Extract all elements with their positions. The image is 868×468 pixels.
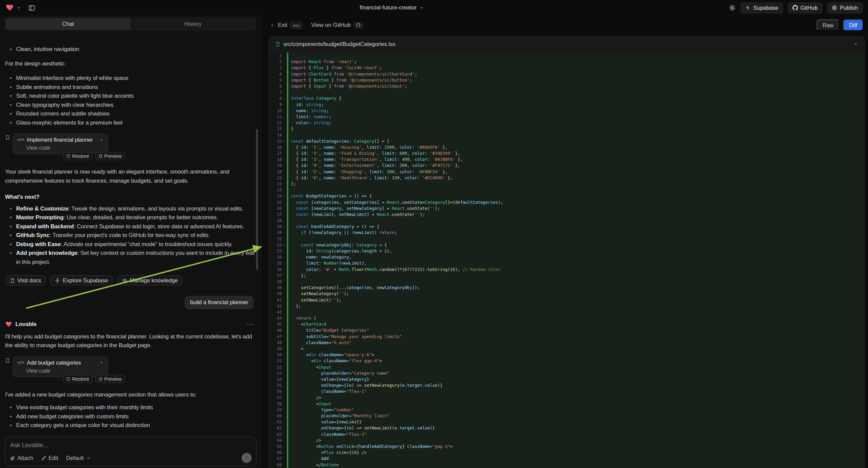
gear-icon	[729, 4, 736, 11]
code-lines[interactable]: 1 2import React from 'react';3import { P…	[269, 52, 864, 468]
code-icon: </>	[17, 136, 24, 143]
visit-docs-button[interactable]: Visit docs	[5, 275, 45, 286]
workspace-menu[interactable]	[5, 4, 35, 12]
collapse-file-button[interactable]	[853, 41, 858, 47]
code-text: const [newCategory, setNewCategory] = Re…	[288, 205, 864, 211]
more-options-button[interactable]: ⋯	[246, 320, 256, 329]
code-text: return (	[288, 315, 864, 321]
design-heading: For the design aesthetic:	[5, 59, 256, 68]
code-line-36: 36 color: '#' + Math.floor(Math.random()…	[269, 267, 864, 273]
edit-card-row: </> Implement financial planner View cod…	[5, 134, 256, 160]
fold-indicator	[282, 388, 287, 394]
code-line-48: 48 className="h-auto"	[269, 340, 864, 346]
user-message-row: build a financial planner	[5, 296, 256, 309]
line-number: 20	[269, 169, 282, 175]
attach-button[interactable]: Attach	[10, 455, 33, 461]
quick-action-row: Visit docs Explore Supabase Manage knowl…	[5, 275, 256, 286]
next-step-item: Refine & Customize: Tweak the design, an…	[5, 204, 256, 213]
line-number: 23	[269, 187, 282, 193]
code-text: { id: '5', name: 'Shopping', limit: 200,…	[288, 169, 864, 175]
fold-indicator	[282, 217, 287, 224]
view-code-link[interactable]: View code	[26, 368, 104, 374]
code-line-19: 19 { id: '4', name: 'Entertainment', lim…	[269, 163, 864, 169]
file-header[interactable]: src/components/budget/BudgetCategories.t…	[269, 37, 864, 52]
code-line-10: 10 name: string;	[269, 108, 864, 114]
bookmark-icon[interactable]	[5, 358, 10, 363]
line-number: 35	[269, 260, 282, 266]
code-line-16: 16 { id: '1', name: 'Housing', limit: 15…	[269, 144, 864, 150]
diff-toggle-button[interactable]: Diff	[843, 20, 863, 31]
fold-indicator[interactable]: ▾	[282, 95, 287, 101]
sidebar-toggle-button[interactable]	[28, 4, 35, 11]
preview-button[interactable]: Preview	[95, 375, 125, 383]
sidebar-toggle-icon	[28, 4, 35, 11]
code-text: interface Category {	[288, 95, 864, 101]
fold-indicator	[282, 340, 287, 346]
preview-button[interactable]: Preview	[95, 152, 125, 160]
code-line-35: 35 limit: Number(newLimit),	[269, 260, 864, 266]
chat-mode-selector[interactable]: Default	[66, 455, 90, 461]
fold-indicator	[282, 431, 287, 437]
fold-indicator[interactable]: ▾	[282, 193, 287, 199]
line-number: 27	[269, 211, 282, 217]
line-number: 47	[269, 334, 282, 340]
fold-indicator	[282, 59, 287, 65]
fold-indicator	[282, 120, 287, 126]
line-number: 54	[269, 376, 282, 382]
project-switcher[interactable]: financial-future-creator	[360, 4, 424, 11]
tab-history[interactable]: History	[130, 18, 255, 30]
line-number: 60	[269, 413, 282, 419]
explore-supabase-button[interactable]: Explore Supabase	[50, 275, 113, 286]
edit-card-add-budget-categories[interactable]: </> Add budget categories View code	[13, 356, 108, 377]
code-line-13: 13}	[269, 126, 864, 132]
github-button[interactable]: GitHub	[788, 2, 823, 13]
line-number: 55	[269, 382, 282, 388]
fold-indicator	[282, 321, 287, 327]
fold-indicator[interactable]: ▾	[282, 138, 287, 144]
code-line-68: 68 </Button>	[269, 462, 864, 468]
view-on-github-button[interactable]: View on GitHub	[311, 22, 363, 29]
line-number: 63	[269, 431, 282, 437]
code-line-5: 5import { Button } from '@/components/ui…	[269, 77, 864, 83]
fold-indicator[interactable]: ▾	[282, 315, 287, 321]
restore-button[interactable]: Restore	[63, 152, 93, 160]
send-button[interactable]: ↑	[242, 453, 252, 463]
code-text: { id: '3', name: 'Transportation', limit…	[288, 156, 864, 163]
code-line-59: 59 type="number"	[269, 407, 864, 413]
code-text: value={newLimit}	[288, 419, 864, 425]
chat-scrollbar[interactable]	[256, 129, 258, 270]
tab-chat[interactable]: Chat	[6, 18, 130, 30]
fold-indicator[interactable]: ▾	[282, 242, 287, 248]
manage-knowledge-button[interactable]: Manage knowledge	[118, 275, 183, 286]
code-line-60: 60 placeholder="Monthly limit"	[269, 413, 864, 419]
code-line-6: 6import { Input } from '@/components/ui/…	[269, 83, 864, 89]
fold-indicator	[282, 102, 287, 108]
edit-card-implement-financial-planner[interactable]: </> Implement financial planner View cod…	[13, 134, 108, 154]
code-line-28: 28	[269, 217, 864, 224]
publish-button[interactable]: Publish	[827, 2, 863, 13]
code-text: import React from 'react';	[288, 59, 864, 65]
fold-indicator[interactable]: ▾	[282, 224, 287, 230]
code-line-24: 24▾const BudgetCategories = () => {	[269, 193, 864, 199]
added-bullet-list: View existing budget categories with the…	[5, 403, 256, 430]
restore-button[interactable]: Restore	[63, 375, 93, 383]
supabase-button[interactable]: Supabase	[741, 2, 783, 13]
settings-button[interactable]	[729, 4, 736, 11]
code-text: import { Button } from '@/components/ui/…	[288, 77, 864, 83]
bullet-item: Soft, neutral color palette with light b…	[5, 92, 256, 101]
chat-input[interactable]	[10, 442, 251, 449]
bookmark-icon[interactable]	[5, 135, 10, 140]
code-text: onChange={(e) => setNewLimit(e.target.va…	[288, 425, 864, 431]
code-text: value={newCategory}	[288, 376, 864, 382]
line-number: 32	[269, 242, 282, 248]
exit-button[interactable]: Exit esc	[270, 22, 303, 29]
raw-toggle-button[interactable]: Raw	[817, 20, 840, 31]
chat-message-list[interactable]: Clean, intuitive navigation For the desi…	[0, 44, 261, 434]
fold-indicator	[282, 395, 287, 401]
edit-mode-button[interactable]: Edit	[41, 455, 58, 461]
fold-indicator	[282, 132, 287, 138]
code-text: import ChartCard from '@/components/ui/C…	[288, 71, 864, 77]
view-code-link[interactable]: View code	[26, 145, 104, 151]
fold-indicator	[282, 53, 287, 59]
line-number: 1	[269, 53, 282, 59]
